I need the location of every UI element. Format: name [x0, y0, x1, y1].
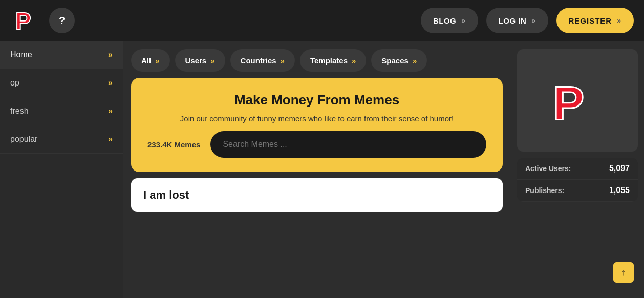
- blog-button[interactable]: BLOG »: [421, 8, 478, 33]
- register-button[interactable]: REGISTER »: [556, 8, 634, 33]
- hero-bottom: 233.4K Memes: [147, 131, 486, 158]
- tab-templates-label: Templates: [310, 56, 348, 65]
- sidebar-popular-arrow: »: [108, 135, 113, 144]
- right-logo-panel: P: [517, 49, 638, 152]
- help-button[interactable]: ?: [49, 8, 75, 33]
- sidebar-fresh-label: fresh: [10, 107, 29, 116]
- stat-row-publishers: Publishers: 1,055: [517, 180, 638, 202]
- filter-tabs: All » Users » Countries » Templates » Sp…: [131, 49, 503, 72]
- stats-panel: Active Users: 5,097 Publishers: 1,055: [517, 158, 638, 202]
- sidebar-home-label: Home: [10, 50, 32, 59]
- tab-templates[interactable]: Templates »: [300, 49, 366, 72]
- svg-text:P: P: [15, 8, 31, 33]
- tab-all[interactable]: All »: [131, 49, 170, 72]
- active-users-label: Active Users:: [525, 164, 571, 173]
- tab-all-label: All: [141, 56, 151, 65]
- search-input[interactable]: [223, 140, 474, 149]
- tab-countries-label: Countries: [241, 56, 276, 65]
- right-sidebar: P Active Users: 5,097 Publishers: 1,055: [511, 41, 644, 298]
- tab-spaces-arrow: »: [413, 56, 417, 65]
- logo: P: [10, 5, 41, 36]
- sidebar-op-arrow: »: [108, 78, 113, 88]
- publishers-value: 1,055: [609, 186, 630, 195]
- sidebar-item-home[interactable]: Home »: [0, 41, 123, 69]
- sidebar-fresh-arrow: »: [108, 107, 113, 116]
- header: P ? BLOG » LOG IN » REGISTER »: [0, 0, 644, 41]
- hero-card: Make Money From Memes Join our community…: [131, 78, 503, 172]
- login-arrow: »: [531, 16, 535, 25]
- blog-arrow: »: [461, 16, 465, 25]
- tab-spaces-label: Spaces: [381, 56, 409, 65]
- publishers-label: Publishers:: [525, 186, 564, 195]
- search-bar[interactable]: [210, 131, 486, 158]
- tab-countries-arrow: »: [281, 56, 285, 65]
- tab-users-label: Users: [185, 56, 207, 65]
- sidebar: Home » op » fresh » popular »: [0, 41, 123, 298]
- tab-all-arrow: »: [155, 56, 159, 65]
- sidebar-home-arrow: »: [108, 50, 113, 59]
- login-button[interactable]: LOG IN »: [486, 8, 548, 33]
- scroll-top-button[interactable]: ↑: [613, 262, 634, 283]
- main-layout: Home » op » fresh » popular » All » User…: [0, 41, 644, 298]
- stat-row-active-users: Active Users: 5,097: [517, 158, 638, 180]
- hero-title: Make Money From Memes: [234, 92, 399, 108]
- lost-card: I am lost: [131, 178, 503, 212]
- register-arrow: »: [617, 16, 621, 25]
- sidebar-item-op[interactable]: op »: [0, 69, 123, 97]
- scroll-top-icon: ↑: [621, 267, 626, 278]
- svg-text:P: P: [553, 77, 584, 126]
- tab-templates-arrow: »: [352, 56, 356, 65]
- lost-title: I am lost: [143, 188, 490, 202]
- login-label: LOG IN: [499, 16, 527, 25]
- register-label: REGISTER: [569, 16, 612, 25]
- tab-users-arrow: »: [210, 56, 214, 65]
- sidebar-item-fresh[interactable]: fresh »: [0, 97, 123, 125]
- tab-users[interactable]: Users »: [175, 49, 225, 72]
- tab-countries[interactable]: Countries »: [230, 49, 295, 72]
- sidebar-op-label: op: [10, 78, 19, 88]
- tab-spaces[interactable]: Spaces »: [371, 49, 427, 72]
- memes-count: 233.4K Memes: [147, 140, 200, 149]
- content-area: All » Users » Countries » Templates » Sp…: [123, 41, 511, 298]
- sidebar-popular-label: popular: [10, 135, 37, 144]
- hero-subtitle: Join our community of funny memers who l…: [180, 114, 454, 123]
- blog-label: BLOG: [433, 16, 456, 25]
- active-users-value: 5,097: [609, 164, 630, 173]
- sidebar-item-popular[interactable]: popular »: [0, 125, 123, 154]
